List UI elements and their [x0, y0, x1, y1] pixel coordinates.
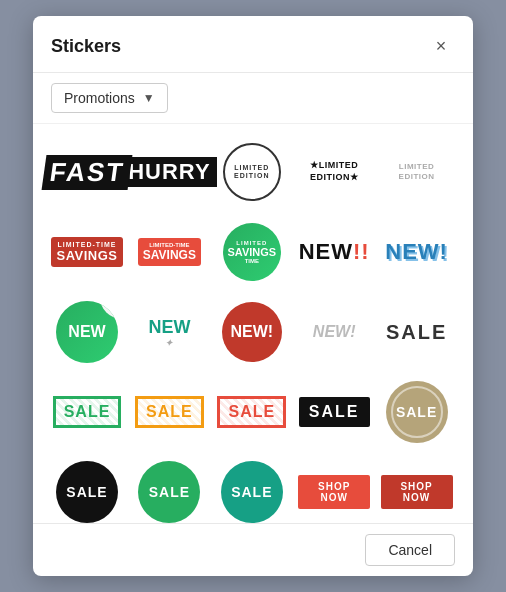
sticker-limited-edition-circle[interactable]: LIMITEDEDITION — [216, 136, 288, 208]
sticker-sale-plain[interactable]: SALE — [381, 296, 453, 368]
cancel-button[interactable]: Cancel — [365, 534, 455, 566]
sticker-fast[interactable]: FAST — [51, 136, 123, 208]
sticker-sale-teal-circle[interactable]: SALE — [216, 456, 288, 523]
modal-footer: Cancel — [33, 523, 473, 576]
sticker-new-teal-text[interactable]: NEW ✦ — [133, 296, 205, 368]
sticker-sale-tan-badge[interactable]: SALE — [381, 376, 453, 448]
stickers-modal: Stickers × Promotions ▼ FAST HURRY LIMIT… — [33, 16, 473, 576]
chevron-down-icon: ▼ — [143, 91, 155, 105]
sticker-new-blue[interactable]: NEW! — [381, 216, 453, 288]
sticker-limited-time-savings-ribbon[interactable]: LIMITED-TIME SAVINGS — [133, 216, 205, 288]
sticker-shop-now-dark[interactable]: SHOP NOW — [381, 456, 453, 523]
sticker-limited-savings-circle[interactable]: LIMITED SAVINGS TIME — [216, 216, 288, 288]
modal-header: Stickers × — [33, 16, 473, 73]
stickers-grid: FAST HURRY LIMITEDEDITION ★LIMITEDEDITIO… — [33, 124, 473, 523]
sticker-new-black[interactable]: NEW! — [298, 216, 370, 288]
sticker-hurry[interactable]: HURRY — [133, 136, 205, 208]
sticker-new-gray[interactable]: NEW! — [298, 296, 370, 368]
sticker-limited-time-savings-red[interactable]: LIMITED-TIME SAVINGS — [51, 216, 123, 288]
sticker-shop-now-red[interactable]: SHOP NOW — [298, 456, 370, 523]
sticker-sale-green-border[interactable]: SALE — [51, 376, 123, 448]
sticker-sale-black-fill[interactable]: SALE — [298, 376, 370, 448]
modal-title: Stickers — [51, 36, 121, 57]
dropdown-label: Promotions — [64, 90, 135, 106]
modal-controls: Promotions ▼ — [33, 73, 473, 124]
sticker-limited-edition-star[interactable]: ★LIMITEDEDITION★ — [298, 136, 370, 208]
close-button[interactable]: × — [427, 32, 455, 60]
sticker-sale-red-border[interactable]: SALE — [216, 376, 288, 448]
sticker-new-circle-red[interactable]: NEW! — [216, 296, 288, 368]
sticker-sale-green-circle[interactable]: SALE — [133, 456, 205, 523]
sticker-limited-edition-faded[interactable]: LIMITEDEDITION — [381, 136, 453, 208]
sticker-new-green-circle[interactable]: NEW — [51, 296, 123, 368]
sticker-sale-yellow-border[interactable]: SALE — [133, 376, 205, 448]
category-dropdown[interactable]: Promotions ▼ — [51, 83, 168, 113]
sticker-sale-black-circle[interactable]: SALE — [51, 456, 123, 523]
